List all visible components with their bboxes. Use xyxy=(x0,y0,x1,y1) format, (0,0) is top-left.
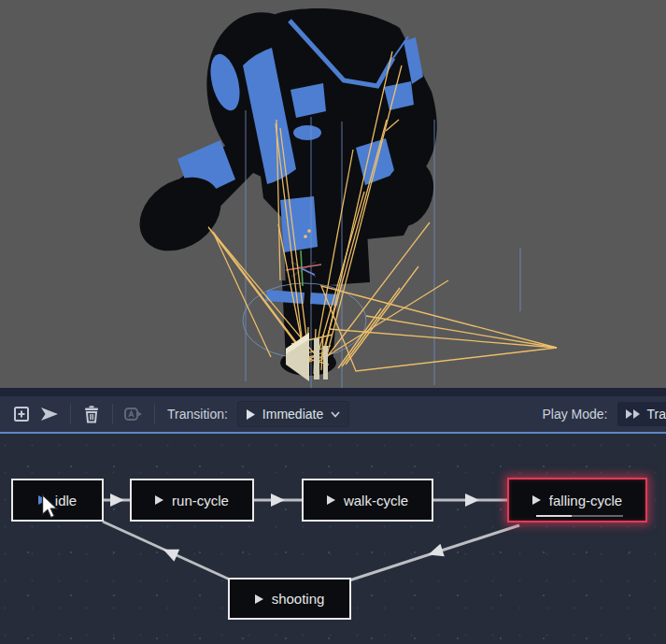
travel-icon xyxy=(626,409,641,419)
play-icon xyxy=(247,409,255,420)
transition-label: Transition: xyxy=(167,407,228,422)
autoplay-button[interactable] xyxy=(120,400,148,428)
play-state-icon[interactable] xyxy=(532,495,541,505)
toolbar-separator xyxy=(70,404,71,424)
play-state-icon[interactable] xyxy=(38,495,47,505)
play-mode-label: Play Mode: xyxy=(542,407,607,422)
state-node-label: shooting xyxy=(272,591,325,607)
play-state-icon[interactable] xyxy=(155,495,163,505)
connect-nodes-button[interactable] xyxy=(35,400,64,428)
add-node-icon xyxy=(12,405,31,423)
toolbar-separator xyxy=(154,404,155,424)
animation-state-machine-editor: Transition: Immediate Play Mode: Tra xyxy=(0,0,666,644)
toolbar-separator xyxy=(112,404,113,424)
3d-preview-viewport[interactable] xyxy=(0,0,666,388)
playback-progress-bar xyxy=(536,515,623,517)
state-node-label: walk-cycle xyxy=(344,493,408,508)
state-node-label: idle xyxy=(55,493,77,508)
state-node-falling-cycle[interactable]: falling-cycle xyxy=(507,478,647,522)
state-node-label: run-cycle xyxy=(172,493,229,508)
autoplay-icon xyxy=(123,405,144,423)
transition-dropdown-value: Immediate xyxy=(262,407,323,422)
play-state-icon[interactable] xyxy=(255,594,263,604)
state-node-walk-cycle[interactable]: walk-cycle xyxy=(302,479,433,522)
state-machine-graph[interactable]: idle run-cycle walk-cycle falling-cycle … xyxy=(0,434,666,644)
connect-nodes-icon xyxy=(39,405,60,423)
state-node-run-cycle[interactable]: run-cycle xyxy=(130,479,254,522)
state-node-label: falling-cycle xyxy=(549,493,622,508)
state-node-shooting[interactable]: shooting xyxy=(228,578,351,620)
chevron-down-icon xyxy=(331,411,340,418)
state-machine-toolbar: Transition: Immediate Play Mode: Tra xyxy=(0,396,666,432)
play-mode-button[interactable]: Tra xyxy=(617,402,666,426)
add-node-button[interactable] xyxy=(7,400,35,428)
panel-divider xyxy=(0,388,666,396)
play-mode-value: Tra xyxy=(647,407,666,422)
robot-preview xyxy=(0,0,666,388)
trash-icon xyxy=(82,405,101,423)
transition-dropdown[interactable]: Immediate xyxy=(237,401,349,427)
delete-node-button[interactable] xyxy=(78,400,106,428)
state-node-idle[interactable]: idle xyxy=(11,479,104,522)
play-state-icon[interactable] xyxy=(327,495,335,505)
